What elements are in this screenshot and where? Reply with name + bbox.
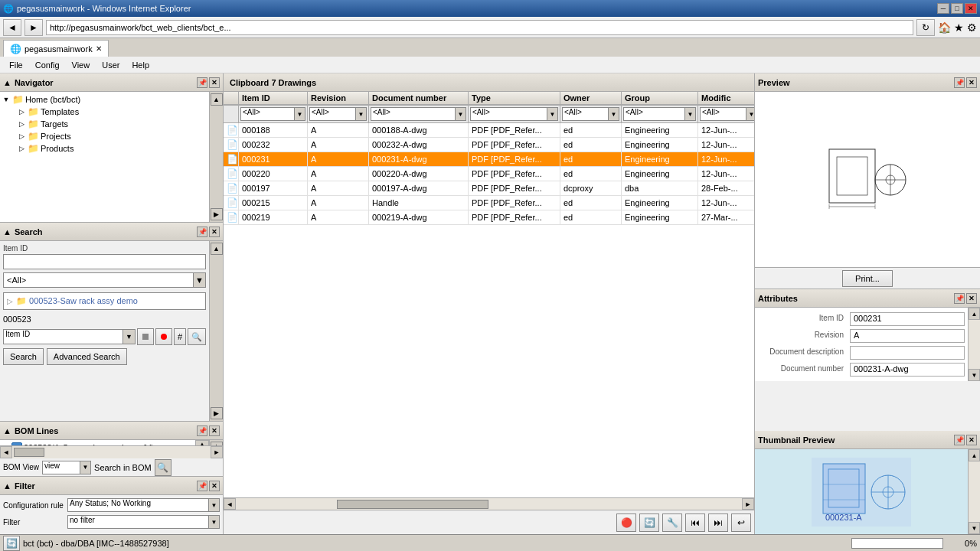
browser-tab[interactable]: 🌐 pegasusmainwork ✕ <box>3 40 109 57</box>
bom-close-btn[interactable]: ✕ <box>209 425 220 436</box>
search-by-arrow[interactable]: ▼ <box>123 329 136 344</box>
filter-controls[interactable]: 📌 ✕ <box>197 481 220 491</box>
search-action-btn2[interactable] <box>155 328 172 345</box>
thumbnail-pin-btn[interactable]: 📌 <box>954 435 965 445</box>
col-header-itemid[interactable]: Item ID <box>239 92 308 104</box>
footer-btn-1[interactable]: 🔴 <box>616 514 636 532</box>
filter-config-value[interactable]: Any Status; No Working <box>67 498 209 512</box>
filter-cell-group-arrow[interactable]: ▼ <box>685 107 696 121</box>
bom-controls[interactable]: 📌 ✕ <box>197 425 220 436</box>
result-label[interactable]: 📁 000523-Saw rack assy demo <box>16 296 138 306</box>
search-pin-btn[interactable]: 📌 <box>197 227 207 237</box>
thumbnail-controls[interactable]: 📌 ✕ <box>954 435 977 445</box>
search-action-btn1[interactable] <box>137 328 154 345</box>
table-row[interactable]: 📄 000220 A 000220-A-dwg PDF [PDF_Refer..… <box>224 167 754 181</box>
menu-config[interactable]: Config <box>29 57 66 73</box>
attributes-controls[interactable]: 📌 ✕ <box>954 293 977 304</box>
navigator-controls[interactable]: 📌 ✕ <box>197 77 220 88</box>
bom-scroll-up[interactable]: ▲ <box>195 440 209 445</box>
search-tool1[interactable]: ▲ <box>211 243 223 255</box>
expand-home[interactable]: ▼ <box>2 95 11 104</box>
nav-pin-btn[interactable]: 📌 <box>197 77 207 88</box>
star-icon[interactable]: ★ <box>954 21 964 34</box>
filter-cell-modific-value[interactable]: <All> <box>700 107 746 121</box>
nav-products[interactable]: ▷ 📁 Products <box>2 142 207 155</box>
col-header-owner[interactable]: Owner <box>560 92 622 104</box>
attributes-pin-btn[interactable]: 📌 <box>954 293 965 304</box>
footer-btn-6[interactable]: ↩ <box>731 514 751 532</box>
table-hscroll-right[interactable]: ► <box>742 498 754 510</box>
filter-cell-itemid-arrow[interactable]: ▼ <box>295 107 305 121</box>
menu-view[interactable]: View <box>66 57 96 73</box>
attributes-close-btn[interactable]: ✕ <box>966 293 977 304</box>
bom-view-select[interactable]: view <box>42 461 80 474</box>
bom-hscroll-left-btn[interactable]: ◄ <box>0 446 12 458</box>
col-header-type[interactable]: Type <box>469 92 560 104</box>
filter-arrow[interactable]: ▼ <box>209 515 220 529</box>
home-icon[interactable]: 🏠 <box>938 21 951 34</box>
search-close-btn[interactable]: ✕ <box>209 227 220 237</box>
footer-btn-2[interactable]: 🔄 <box>639 514 659 532</box>
tab-close-btn[interactable]: ✕ <box>96 44 102 53</box>
attr-value-3[interactable]: 000231-A-dwg <box>850 363 965 377</box>
filter-value[interactable]: no filter <box>67 515 209 529</box>
back-button[interactable]: ◄ <box>3 19 21 36</box>
search-dropdown-arrow[interactable]: ▼ <box>193 273 205 287</box>
preview-controls[interactable]: 📌 ✕ <box>954 77 977 88</box>
nav-targets[interactable]: ▷ 📁 Targets <box>2 118 207 130</box>
col-header-group[interactable]: Group <box>622 92 698 104</box>
filter-cell-owner-value[interactable]: <All> <box>562 107 609 121</box>
bom-view-arrow[interactable]: ▼ <box>80 461 91 474</box>
search-action-btn3[interactable]: # <box>174 328 186 345</box>
footer-btn-5[interactable]: ⏭ <box>708 514 728 532</box>
filter-cell-revision-arrow[interactable]: ▼ <box>356 107 367 121</box>
thumb-scroll-up[interactable]: ▲ <box>969 449 980 461</box>
table-row[interactable]: 📄 000188 A 000188-A-dwg PDF [PDF_Refer..… <box>224 123 754 138</box>
expand-templates[interactable]: ▷ <box>17 107 26 116</box>
filter-cell-type-arrow[interactable]: ▼ <box>547 107 558 121</box>
nav-home-item[interactable]: ▼ 📁 Home (bct/bct) <box>2 93 207 106</box>
nav-tool1[interactable]: ▲ <box>211 93 223 106</box>
col-header-docnum[interactable]: Document number <box>369 92 469 104</box>
status-refresh-btn[interactable]: 🔄 <box>3 536 20 551</box>
search-item-id-input[interactable] <box>3 254 206 269</box>
thumbnail-close-btn[interactable]: ✕ <box>966 435 977 445</box>
preview-pin-btn[interactable]: 📌 <box>954 77 965 88</box>
search-action-btn4[interactable]: 🔍 <box>188 328 206 345</box>
footer-btn-3[interactable]: 🔧 <box>662 514 682 532</box>
col-header-modific[interactable]: Modific <box>698 92 754 104</box>
preview-close-btn[interactable]: ✕ <box>966 77 977 88</box>
filter-cell-group-value[interactable]: <All> <box>623 107 685 121</box>
minimize-btn[interactable]: ─ <box>937 3 949 14</box>
bom-pin-btn[interactable]: 📌 <box>197 425 207 436</box>
bom-hscroll-right-btn[interactable]: ► <box>211 446 223 458</box>
search-button[interactable]: Search <box>3 348 44 365</box>
advanced-search-button[interactable]: Advanced Search <box>47 348 127 365</box>
attrs-scroll-down[interactable]: ▼ <box>969 369 980 381</box>
print-button[interactable]: Print... <box>842 270 893 287</box>
filter-cell-owner-arrow[interactable]: ▼ <box>609 107 619 121</box>
address-bar[interactable] <box>46 20 913 35</box>
attr-value-1[interactable]: A <box>850 329 965 343</box>
bom-hscroll-thumb[interactable] <box>14 448 44 457</box>
menu-user[interactable]: User <box>96 57 126 73</box>
table-row[interactable]: 📄 000215 A Handle PDF [PDF_Refer... ed E… <box>224 196 754 210</box>
tools-icon[interactable]: ⚙ <box>967 21 977 34</box>
attrs-scroll-up[interactable]: ▲ <box>969 308 980 320</box>
table-row[interactable]: 📄 000197 A 000197-A-dwg PDF [PDF_Refer..… <box>224 181 754 196</box>
filter-cell-modific-arrow[interactable]: ▼ <box>746 107 754 121</box>
filter-config-arrow[interactable]: ▼ <box>209 498 220 512</box>
filter-cell-docnum-arrow[interactable]: ▼ <box>456 107 466 121</box>
nav-close-btn[interactable]: ✕ <box>209 77 220 88</box>
expand-targets[interactable]: ▷ <box>17 119 26 129</box>
footer-btn-4[interactable]: ⏮ <box>685 514 705 532</box>
filter-cell-revision-value[interactable]: <All> <box>309 107 356 121</box>
close-btn[interactable]: ✕ <box>965 3 977 14</box>
col-header-revision[interactable]: Revision <box>308 92 369 104</box>
table-hscroll-left[interactable]: ◄ <box>224 498 236 510</box>
filter-cell-docnum-value[interactable]: <All> <box>371 107 456 121</box>
search-in-bom-btn[interactable]: 🔍 <box>155 459 172 476</box>
forward-button[interactable]: ► <box>24 19 43 36</box>
filter-pin-btn[interactable]: 📌 <box>197 481 207 491</box>
filter-cell-itemid-value[interactable]: <All> <box>240 107 295 121</box>
